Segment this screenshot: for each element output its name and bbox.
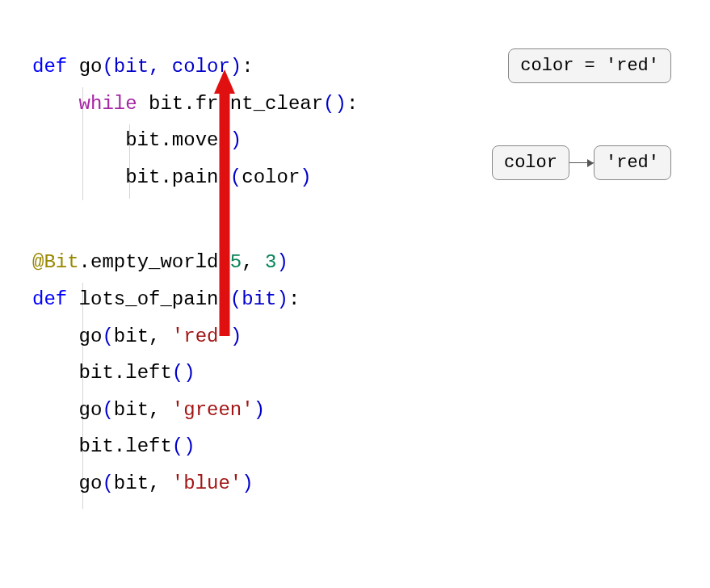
number: 3 <box>265 251 276 273</box>
method: left <box>125 435 172 457</box>
open-paren: ( <box>102 399 113 421</box>
code-line: @Bit.empty_world(5, 3) <box>32 244 678 281</box>
func-name: lots_of_paint <box>79 288 230 310</box>
var: bit <box>125 166 160 188</box>
dot: . <box>160 166 171 188</box>
dot: . <box>114 362 125 384</box>
value-box: 'red' <box>594 145 671 180</box>
arrow-connector <box>569 162 594 164</box>
var: bit <box>79 362 114 384</box>
dot: . <box>160 129 171 151</box>
params: (bit) <box>230 288 288 310</box>
string: 'blue' <box>172 472 242 494</box>
keyword-def: def <box>32 56 67 78</box>
colon: : <box>347 93 358 115</box>
code-line: go(bit, 'red') <box>32 318 678 355</box>
params: (bit, color) <box>102 56 242 78</box>
string: 'green' <box>172 399 254 421</box>
comma: , <box>149 326 172 347</box>
dot: . <box>114 435 125 457</box>
method: left <box>125 362 172 384</box>
open-paren: ( <box>230 166 242 188</box>
call: go <box>79 399 103 421</box>
method: move <box>172 129 219 151</box>
code-line: def lots_of_paint(bit): <box>32 281 678 318</box>
code-line: go(bit, 'green') <box>32 392 678 429</box>
string: 'red' <box>172 326 230 347</box>
code-line: bit.left() <box>32 428 678 465</box>
close-paren: ) <box>254 399 265 421</box>
box-text: color = 'red' <box>508 48 671 83</box>
arg: bit <box>114 472 149 494</box>
func-name: go <box>79 56 103 78</box>
code-line: while bit.front_clear(): <box>32 86 678 123</box>
close-paren: ) <box>300 166 311 188</box>
method: paint <box>172 166 230 188</box>
decorator-at: @Bit <box>32 251 79 273</box>
assignment-box: color = 'red' <box>508 48 671 83</box>
comma: , <box>149 399 172 421</box>
number: 5 <box>230 251 242 273</box>
comma: , <box>149 472 172 494</box>
arg: bit <box>114 399 149 421</box>
keyword-while: while <box>79 93 137 115</box>
parens: () <box>172 362 195 384</box>
dot: . <box>183 93 195 115</box>
code-line: go(bit, 'blue') <box>32 465 678 502</box>
call: go <box>79 326 103 347</box>
close-paren: ) <box>276 251 288 273</box>
code-line: bit.left() <box>32 355 678 392</box>
arg: color <box>242 166 300 188</box>
colon: : <box>242 56 253 78</box>
method: front_clear <box>195 93 323 115</box>
arg: bit <box>114 326 149 347</box>
call: go <box>79 472 103 494</box>
var: bit <box>79 435 114 457</box>
var-box: color <box>492 145 569 180</box>
parens: () <box>172 435 195 457</box>
dot: . <box>79 251 90 273</box>
parens: () <box>218 129 242 151</box>
open-paren: ( <box>102 326 113 347</box>
binding-diagram: color 'red' <box>492 145 671 180</box>
parens: () <box>323 93 347 115</box>
var: bit <box>149 93 183 115</box>
open-paren: ( <box>218 251 229 273</box>
colon: : <box>288 288 300 310</box>
code-block-2: @Bit.empty_world(5, 3) def lots_of_paint… <box>32 244 678 502</box>
decorator-name: empty_world <box>90 251 218 273</box>
close-paren: ) <box>230 326 242 347</box>
open-paren: ( <box>102 472 113 494</box>
close-paren: ) <box>242 472 253 494</box>
keyword-def: def <box>32 288 67 310</box>
var: bit <box>125 129 160 151</box>
comma: , <box>242 251 265 273</box>
